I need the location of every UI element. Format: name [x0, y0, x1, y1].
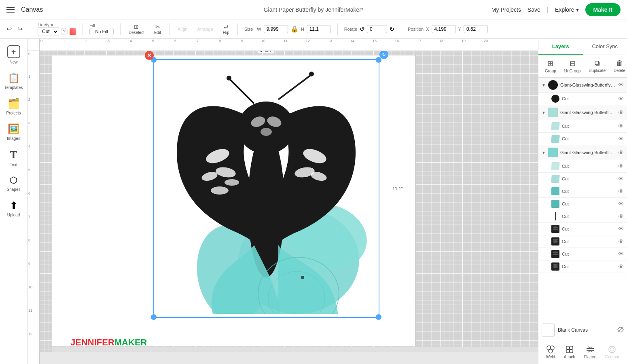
my-projects-button[interactable]: My Projects: [491, 6, 521, 13]
sidebar-item-projects[interactable]: 🗂️ Projects: [0, 95, 27, 119]
layer-item-3c[interactable]: Cut 👁: [538, 185, 627, 198]
width-input[interactable]: [264, 25, 288, 33]
visibility-eye[interactable]: 👁: [618, 95, 624, 102]
layer-color-swatch-3c: [551, 187, 559, 195]
sidebar-item-shapes[interactable]: ⬡ Shapes: [0, 172, 27, 195]
layer-color-swatch-p2: [551, 237, 559, 245]
layer-item-3a[interactable]: Cut 👁: [538, 160, 627, 173]
rp-bottom: Blank Canvas Weld: [538, 320, 627, 364]
visibility-eye-p1[interactable]: 👁: [618, 226, 624, 232]
ruler-horizontal: 0 1 2 3 4 5 6 7 8 9 10 11 12 13 14 15 16…: [40, 39, 538, 51]
redo-button[interactable]: ↪: [16, 23, 24, 34]
layer-item-3b[interactable]: Cut 👁: [538, 173, 627, 185]
layer-thumb-2: [548, 108, 558, 117]
arrange-button[interactable]: Arrange: [196, 25, 215, 33]
visibility-eye-3a[interactable]: 👁: [618, 163, 624, 169]
layer-color-swatch-p3: [551, 250, 559, 258]
layer-group-1[interactable]: ▼ Giant-Glasswing-Butterfly-S... 👁: [538, 78, 627, 93]
visibility-eye-3b[interactable]: 👁: [618, 176, 624, 182]
visibility-eye-stem[interactable]: 👁: [618, 213, 624, 220]
toolbar-separator-4: [169, 23, 169, 35]
delete-button[interactable]: 🗑 Delete: [610, 57, 627, 75]
layer-item-2a[interactable]: Cut 👁: [538, 120, 627, 133]
tab-layers[interactable]: Layers: [538, 39, 583, 55]
rotate-group: Rotate ↺ ↻: [344, 25, 394, 33]
layer-color-swatch-p4: [551, 262, 559, 271]
save-button[interactable]: Save: [527, 6, 540, 13]
attach-icon: [565, 345, 574, 354]
align-button[interactable]: Align: [176, 25, 189, 33]
layer-color-swatch-stem: [551, 212, 559, 220]
visibility-eye-3c[interactable]: 👁: [618, 188, 624, 195]
canvas-content[interactable]: ✕ ↻ 9.999° 11.1° JENNIFERMAKER: [40, 51, 538, 352]
nav-divider: |: [547, 6, 549, 13]
ungroup-button[interactable]: ⊟ UnGroup: [561, 57, 584, 75]
layer-item-pattern4[interactable]: Cut 👁: [538, 260, 627, 273]
delete-selection-button[interactable]: ✕: [145, 51, 154, 60]
layer-item-pattern1[interactable]: Cut 👁: [538, 223, 627, 235]
explore-button[interactable]: Explore ▾: [555, 6, 578, 13]
deselect-button[interactable]: ⊞ Deselect: [127, 22, 146, 36]
height-input[interactable]: [307, 25, 331, 33]
canvas-area[interactable]: 0 1 2 3 4 5 6 7 8 9 10 11 12 13 14 15 16…: [28, 39, 538, 364]
visibility-eye-2[interactable]: 👁: [618, 109, 624, 116]
visibility-eye-1[interactable]: 👁: [618, 82, 624, 88]
edit-button[interactable]: ✂ Edit: [153, 22, 163, 36]
upload-icon: ⬆: [10, 200, 18, 211]
layer-color-swatch-2a: [551, 122, 560, 130]
visibility-eye-2a[interactable]: 👁: [618, 123, 624, 129]
hamburger-menu[interactable]: [6, 7, 15, 13]
visibility-eye-2b[interactable]: 👁: [618, 135, 624, 142]
visibility-eye-3d[interactable]: 👁: [618, 201, 624, 207]
linetype-help[interactable]: ?: [61, 28, 68, 35]
position-group: Position X Y: [408, 25, 488, 33]
layer-item[interactable]: Cut 👁: [538, 93, 627, 105]
weld-button[interactable]: Weld: [544, 343, 557, 361]
duplicate-button[interactable]: ⧉ Duplicate: [585, 57, 609, 75]
sidebar-item-images[interactable]: 🖼️ Images: [0, 120, 27, 144]
linetype-select[interactable]: Cut: [38, 27, 59, 36]
layer-item-2b[interactable]: Cut 👁: [538, 133, 627, 145]
jennifermaker-logo: JENNIFERMAKER: [70, 337, 147, 348]
visibility-eye-p4[interactable]: 👁: [618, 263, 624, 270]
undo-button[interactable]: ↩: [5, 23, 13, 34]
resize-handle-bl[interactable]: [151, 314, 157, 320]
layer-item-stem[interactable]: Cut 👁: [538, 210, 627, 223]
layer-item-pattern3[interactable]: Cut 👁: [538, 248, 627, 260]
top-nav: Canvas Giant Paper Butterfly by Jennifer…: [0, 0, 627, 19]
fill-value[interactable]: No Fill: [89, 28, 114, 35]
visibility-eye-3[interactable]: 👁: [618, 149, 624, 156]
contour-button[interactable]: Contour: [604, 343, 621, 361]
tab-color-sync[interactable]: Color Sync: [583, 39, 627, 55]
sidebar-item-templates[interactable]: 📋 Templates: [0, 69, 27, 93]
chevron-down-icon: ▾: [576, 6, 579, 13]
x-input[interactable]: [432, 25, 456, 33]
layer-group-3[interactable]: ▼ Giant-Glasswing-Butterfl... 👁: [538, 145, 627, 160]
layer-item-pattern2[interactable]: Cut 👁: [538, 235, 627, 248]
images-icon: 🖼️: [8, 123, 20, 135]
layer-item-3d[interactable]: Cut 👁: [538, 198, 627, 210]
sidebar-item-text[interactable]: T Text: [0, 146, 27, 170]
rotate-input[interactable]: [367, 25, 387, 33]
panel-toolbar: ⊞ Group ⊟ UnGroup ⧉ Duplicate 🗑 Delete: [538, 55, 627, 78]
rotate-cw-icon[interactable]: ↻: [390, 26, 394, 32]
color-picker[interactable]: [70, 28, 76, 35]
expand-icon-2: ▼: [542, 110, 546, 115]
selection-box[interactable]: ✕ ↻ 9.999° 11.1°: [153, 59, 379, 318]
y-input[interactable]: [464, 25, 488, 33]
sidebar-item-new[interactable]: + New: [0, 42, 27, 68]
resize-handle-br[interactable]: [376, 314, 381, 320]
rotate-ccw-icon[interactable]: ↺: [360, 26, 364, 32]
make-it-button[interactable]: Make It: [585, 3, 621, 16]
toolbar-separator-2: [83, 23, 83, 35]
layer-group-2[interactable]: ▼ Giant-Glasswing-Butterfl... 👁: [538, 105, 627, 120]
blank-canvas-visibility[interactable]: [617, 326, 624, 334]
group-button[interactable]: ⊞ Group: [542, 57, 559, 75]
attach-button[interactable]: Attach: [562, 343, 577, 361]
flip-button[interactable]: ⇄ Flip: [221, 22, 231, 36]
visibility-eye-p2[interactable]: 👁: [618, 238, 624, 245]
flatten-button[interactable]: Flatten: [583, 343, 598, 361]
visibility-eye-p3[interactable]: 👁: [618, 251, 624, 257]
layers-list: ▼ Giant-Glasswing-Butterfly-S... 👁 Cut 👁…: [538, 78, 627, 320]
sidebar-item-upload[interactable]: ⬆ Upload: [0, 197, 27, 220]
